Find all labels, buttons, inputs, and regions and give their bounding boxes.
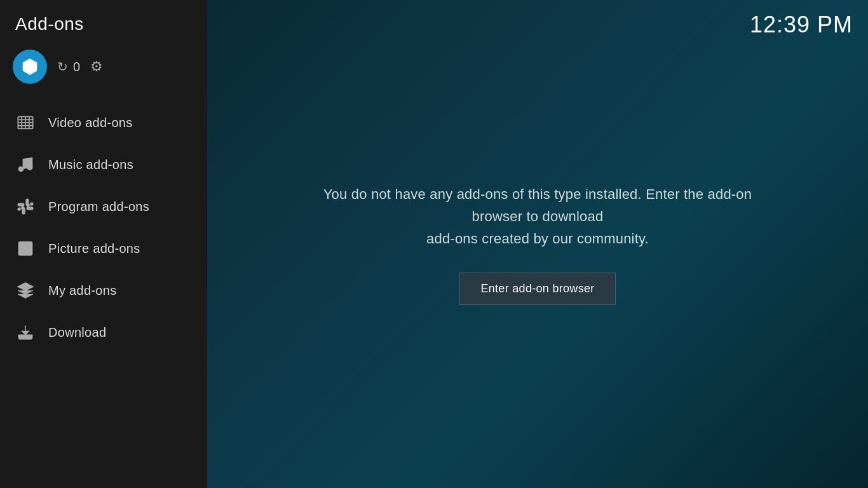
refresh-icon[interactable]: ↻ (57, 59, 68, 74)
download-icon (15, 322, 36, 342)
info-message-line1: You do not have any add-ons of this type… (323, 186, 752, 224)
sidebar-item-picture-addons[interactable]: Picture add-ons (0, 227, 207, 269)
svg-point-11 (22, 245, 24, 247)
time-display: 12:39 PM (750, 11, 853, 38)
video-icon (15, 112, 36, 133)
sidebar-item-music-addons[interactable]: Music add-ons (0, 144, 207, 186)
sidebar-header: ↻ 0 ⚙ (0, 44, 207, 97)
gear-icon[interactable]: ⚙ (90, 58, 103, 75)
info-message: You do not have any add-ons of this type… (315, 183, 760, 250)
program-addons-label: Program add-ons (48, 200, 149, 214)
my-addons-icon (15, 280, 36, 301)
sidebar-item-my-addons[interactable]: My add-ons (0, 269, 207, 311)
sidebar-nav: Video add-ons Music add-ons (0, 102, 207, 353)
svg-point-8 (19, 167, 24, 172)
video-addons-label: Video add-ons (48, 116, 133, 130)
program-icon (15, 196, 36, 217)
update-area: ↻ 0 ⚙ (57, 58, 103, 75)
sidebar-item-program-addons[interactable]: Program add-ons (0, 186, 207, 227)
picture-icon (15, 238, 36, 259)
svg-point-9 (28, 165, 32, 170)
download-label: Download (48, 325, 106, 340)
main-content: 12:39 PM You do not have any add-ons of … (207, 0, 868, 488)
picture-addons-label: Picture add-ons (48, 241, 140, 256)
package-icon (20, 57, 39, 76)
music-addons-label: Music add-ons (48, 158, 133, 172)
sidebar-title: Add-ons (0, 0, 207, 44)
info-message-line2: add-ons created by our community. (426, 231, 649, 247)
sidebar-item-video-addons[interactable]: Video add-ons (0, 102, 207, 144)
update-count: 0 (73, 60, 80, 74)
my-addons-label: My add-ons (48, 283, 117, 298)
content-center: You do not have any add-ons of this type… (207, 0, 868, 488)
sidebar: Add-ons ↻ 0 ⚙ (0, 0, 207, 488)
enter-browser-button[interactable]: Enter add-on browser (459, 273, 615, 305)
sidebar-item-download[interactable]: Download (0, 311, 207, 353)
music-icon (15, 154, 36, 175)
addon-icon-circle[interactable] (13, 50, 47, 84)
